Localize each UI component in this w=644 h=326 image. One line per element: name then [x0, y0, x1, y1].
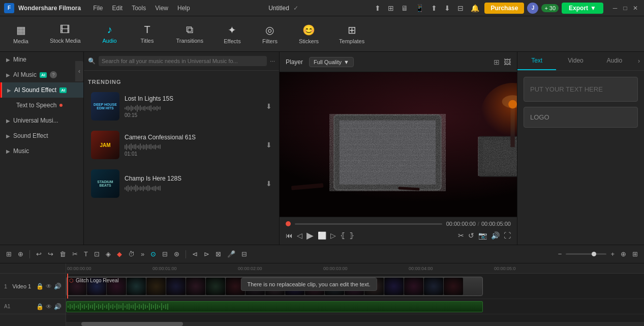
minimize-button[interactable]: ─: [610, 4, 620, 13]
download-icon[interactable]: ⬇: [442, 3, 452, 13]
track-eye-icon[interactable]: 👁: [46, 283, 52, 290]
track-2-download-icon[interactable]: ⬇: [266, 141, 272, 149]
keyframe-icon[interactable]: ◆: [115, 249, 124, 259]
cloud-icon[interactable]: ⬆: [373, 3, 383, 13]
timeline-scrollbar[interactable]: [66, 322, 644, 326]
more-tools-icon[interactable]: »: [139, 249, 146, 259]
mark-out-icon[interactable]: ⦄: [349, 231, 354, 240]
progress-track[interactable]: [295, 223, 442, 225]
audio-track-eye-icon[interactable]: 👁: [46, 303, 52, 310]
quality-select[interactable]: Full Quality ▼: [309, 57, 354, 67]
text-input-box[interactable]: PUT YOUR TEXT HERE: [524, 77, 638, 102]
sidebar-item-mine[interactable]: ▶ Mine: [0, 52, 83, 67]
audio-track-mute-icon[interactable]: 🔊: [54, 303, 62, 310]
sidebar-item-sound-effect[interactable]: ▶ Sound Effect: [0, 128, 83, 143]
frame-forward-icon[interactable]: ▷: [330, 231, 336, 240]
color-icon[interactable]: ◈: [104, 249, 113, 259]
toolbar-titles[interactable]: T Titles: [135, 21, 160, 47]
track-3-download-icon[interactable]: ⬇: [266, 180, 272, 188]
sidebar-item-text-to-speech[interactable]: Text to Speech: [0, 98, 83, 113]
screenshot-icon[interactable]: 📷: [478, 231, 487, 240]
redo-icon[interactable]: ↪: [46, 249, 55, 259]
marker-icon[interactable]: ⊟: [239, 249, 249, 259]
voiceover-icon[interactable]: 🎤: [225, 249, 237, 259]
menu-file[interactable]: File: [89, 4, 107, 13]
menu-help[interactable]: Help: [173, 4, 194, 13]
sidebar-item-music[interactable]: ▶ Music: [0, 143, 83, 159]
loop-icon[interactable]: ↺: [468, 231, 474, 240]
frame-back-icon[interactable]: ◁: [297, 231, 302, 240]
clip-protect-icon[interactable]: ⊳: [202, 249, 211, 259]
track-1-download-icon[interactable]: ⬇: [266, 102, 272, 110]
motion-track-icon[interactable]: ⊛: [172, 249, 181, 259]
toolbar-templates[interactable]: ⊞ Templates: [335, 21, 369, 47]
maximize-button[interactable]: □: [621, 4, 630, 13]
close-button[interactable]: ✕: [631, 4, 640, 13]
tab-video[interactable]: Video: [556, 52, 595, 70]
clip-motion-icon[interactable]: ⊟: [160, 249, 170, 259]
track-lock-icon[interactable]: 🔒: [36, 283, 44, 290]
audio-clip[interactable]: // Generate waveform bars via JS in the …: [66, 301, 483, 312]
speed-icon[interactable]: ⏱: [126, 249, 137, 259]
upload-icon[interactable]: ⬆: [429, 3, 439, 13]
share-icon[interactable]: ⊞: [386, 3, 396, 13]
alert-icon[interactable]: 🔔: [469, 3, 481, 13]
toolbar-filters[interactable]: ◎ Filters: [257, 21, 283, 47]
toolbar-stock-media[interactable]: 🎞 Stock Media: [46, 21, 85, 47]
audio-track-lock-icon[interactable]: 🔒: [36, 303, 44, 310]
sidebar-item-ai-music[interactable]: ▶ AI Music AI ?: [0, 67, 83, 82]
zoom-out-icon[interactable]: −: [556, 249, 564, 259]
menu-tools[interactable]: Tools: [128, 4, 150, 13]
devices-icon[interactable]: 🖥: [399, 3, 410, 13]
zoom-options-icon[interactable]: ⊞: [630, 249, 640, 259]
magnet-icon[interactable]: ⊕: [16, 249, 25, 259]
image-view-icon[interactable]: 🖼: [504, 58, 511, 66]
grid-view-icon[interactable]: ⊞: [494, 58, 500, 66]
text-icon[interactable]: T: [82, 249, 90, 259]
audio-track-3[interactable]: STADIUM BEATS Champ Is Here 128S ⬇: [88, 165, 275, 202]
logo-box[interactable]: LOGO: [524, 107, 638, 128]
ai-icon[interactable]: ⊙: [148, 249, 158, 259]
more-options-icon[interactable]: ···: [270, 57, 275, 65]
tab-overflow-arrow[interactable]: ›: [634, 52, 644, 70]
sidebar-item-ai-sound-effect[interactable]: ▶ AI Sound Effect AI: [0, 82, 83, 98]
clip-replace-icon[interactable]: ⊠: [213, 249, 223, 259]
layout-icon[interactable]: ⊞: [4, 249, 14, 259]
zoom-fit-icon[interactable]: ⊕: [619, 249, 628, 259]
ai-music-help-icon[interactable]: ?: [50, 71, 57, 78]
track-audio-icon[interactable]: 🔊: [54, 283, 62, 290]
tab-text[interactable]: Text: [517, 52, 556, 70]
fullscreen-icon[interactable]: ⛶: [504, 231, 511, 240]
toolbar-audio[interactable]: ♪ Audio: [97, 21, 122, 47]
mark-in-icon[interactable]: ⦃: [340, 231, 345, 240]
user-avatar[interactable]: J: [527, 3, 538, 14]
audio-search-input[interactable]: [99, 56, 267, 66]
stop-icon[interactable]: ⬜: [318, 231, 326, 240]
audio-track-2[interactable]: JAM Camera Confessional 61S 01:01 ⬇: [88, 127, 275, 163]
tab-audio[interactable]: Audio: [595, 52, 634, 70]
play-icon[interactable]: ▶: [306, 230, 314, 241]
toolbar-stickers[interactable]: 😊 Stickers: [295, 21, 323, 47]
delete-icon[interactable]: 🗑: [57, 249, 68, 259]
step-back-icon[interactable]: ⏮: [286, 231, 293, 240]
menu-view[interactable]: View: [151, 4, 172, 13]
export-button[interactable]: Export ▼: [562, 3, 603, 14]
clip-icon[interactable]: ✂: [458, 231, 464, 240]
progress-bar[interactable]: 00:00:00:00 / 00:00:05:00: [286, 221, 511, 227]
purchase-button[interactable]: Purchase: [484, 3, 524, 14]
menu-edit[interactable]: Edit: [108, 4, 127, 13]
phone-icon[interactable]: 📱: [413, 3, 426, 13]
audio-track-1[interactable]: DEEP HOUSE EDM HITS Lost In Lights 15S 0…: [88, 88, 275, 125]
zoom-slider[interactable]: [566, 253, 606, 255]
crop-icon[interactable]: ⊡: [92, 249, 102, 259]
sidebar-collapse-button[interactable]: ‹: [75, 61, 83, 81]
apps-icon[interactable]: ⊟: [455, 3, 466, 13]
clip-start-icon[interactable]: ⊲: [190, 249, 200, 259]
toolbar-transitions[interactable]: ⧉ Transitions: [172, 21, 207, 47]
toolbar-media[interactable]: ▦ Media: [8, 21, 34, 47]
undo-icon[interactable]: ↩: [34, 249, 44, 259]
volume-icon[interactable]: 🔊: [491, 231, 500, 240]
cut-icon[interactable]: ✂: [70, 249, 80, 259]
zoom-in-icon[interactable]: +: [608, 249, 617, 259]
sidebar-item-universal-music[interactable]: ▶ Universal Musi...: [0, 113, 83, 128]
